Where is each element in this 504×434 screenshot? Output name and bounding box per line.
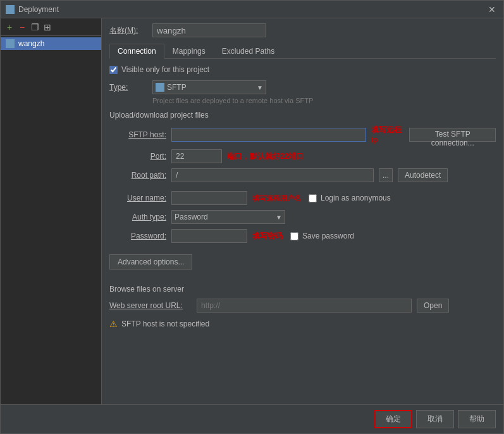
visible-checkbox-row: Visible only for this project xyxy=(109,65,496,74)
browse-section: Browse files on server Web server root U… xyxy=(109,285,496,313)
username-annotation: 填写远程用户名 xyxy=(252,194,301,203)
name-label: 名称(M): xyxy=(109,25,147,36)
root-path-browse-button[interactable]: ... xyxy=(379,168,393,182)
port-row: Port: 端口，默认就好22端口 xyxy=(109,149,496,163)
sftp-host-input[interactable] xyxy=(171,128,366,142)
auth-type-text: Password xyxy=(175,213,273,221)
password-label: Password: xyxy=(109,232,166,240)
port-annotation: 端口，默认就好22端口 xyxy=(227,151,304,162)
deployment-dialog: Deployment ✕ + − ❐ ⊞ wangzh xyxy=(0,0,504,434)
title-bar-left: Deployment xyxy=(6,5,59,14)
type-label: Type: xyxy=(109,83,147,92)
root-path-input[interactable] xyxy=(171,168,374,182)
main-content: + − ❐ ⊞ wangzh 名称(M): xyxy=(1,18,503,404)
save-password-row: Save password xyxy=(290,232,354,240)
autodetect-button[interactable]: Autodetect xyxy=(398,168,448,182)
type-select-text: SFTP xyxy=(167,83,254,92)
username-row: User name: 填写远程用户名 Login as anonymous xyxy=(109,191,496,205)
root-path-row: Root path: ... Autodetect xyxy=(109,168,496,182)
web-url-row: Web server root URL: Open xyxy=(109,299,496,313)
type-dropdown-arrow: ▼ xyxy=(257,84,263,91)
auth-type-label: Auth type: xyxy=(109,213,166,221)
copy-server-button[interactable]: ❐ xyxy=(30,22,40,32)
sftp-host-label: SFTP host: xyxy=(109,130,166,139)
type-select[interactable]: SFTP ▼ xyxy=(152,80,266,94)
warning-icon: ⚠ xyxy=(109,319,118,329)
visible-checkbox-label: Visible only for this project xyxy=(121,65,209,74)
ok-button[interactable]: 确定 xyxy=(374,410,412,428)
auth-type-arrow: ▼ xyxy=(276,214,282,221)
sftp-host-annotation: 填写远程ip xyxy=(371,125,405,144)
browse-section-title: Browse files on server xyxy=(109,285,496,294)
web-url-label: Web server root URL: xyxy=(109,301,192,310)
web-url-input[interactable] xyxy=(197,299,412,313)
sftp-host-row: SFTP host: 填写远程ip Test SFTP connection..… xyxy=(109,125,496,144)
visible-checkbox[interactable] xyxy=(109,66,118,74)
help-button[interactable]: 帮助 xyxy=(458,410,496,428)
move-server-button[interactable]: ⊞ xyxy=(42,22,52,32)
close-button[interactable]: ✕ xyxy=(486,4,498,15)
login-anonymous-checkbox[interactable] xyxy=(309,194,317,202)
type-row: Type: SFTP ▼ xyxy=(109,80,496,94)
login-anonymous-row: Login as anonymous xyxy=(309,194,391,202)
title-bar: Deployment ✕ xyxy=(1,1,503,18)
save-password-checkbox[interactable] xyxy=(290,232,298,240)
left-toolbar: + − ❐ ⊞ xyxy=(1,18,101,36)
server-item-label: wangzh xyxy=(18,39,44,48)
bottom-bar: 确定 取消 帮助 xyxy=(1,404,503,433)
warning-row: ⚠ SFTP host is not specified xyxy=(109,319,496,329)
remove-server-button[interactable]: − xyxy=(17,22,27,32)
test-sftp-button[interactable]: Test SFTP connection... xyxy=(409,128,496,142)
upload-section-title: Upload/download project files xyxy=(109,111,496,120)
password-annotation: 填写密码 xyxy=(252,231,283,242)
advanced-options-button[interactable]: Advanced options... xyxy=(109,254,192,270)
left-panel: + − ❐ ⊞ wangzh xyxy=(1,18,102,404)
sftp-icon xyxy=(156,83,164,92)
cancel-button[interactable]: 取消 xyxy=(416,410,454,428)
advanced-row: Advanced options... xyxy=(109,254,496,270)
tab-bar: Connection Mappings Excluded Paths xyxy=(109,44,496,59)
server-item[interactable]: wangzh xyxy=(1,37,101,50)
tab-excluded-paths[interactable]: Excluded Paths xyxy=(214,44,283,58)
password-row: Password: 填写密码 Save password xyxy=(109,229,496,243)
username-input[interactable] xyxy=(171,191,247,205)
port-label: Port: xyxy=(109,152,166,161)
add-server-button[interactable]: + xyxy=(4,22,15,32)
open-button[interactable]: Open xyxy=(417,299,449,313)
login-anonymous-label: Login as anonymous xyxy=(321,194,391,202)
tab-connection[interactable]: Connection xyxy=(109,44,164,59)
type-hint: Project files are deployed to a remote h… xyxy=(152,97,496,104)
root-path-label: Root path: xyxy=(109,171,166,180)
warning-text: SFTP host is not specified xyxy=(121,319,209,328)
tab-mappings[interactable]: Mappings xyxy=(164,44,214,58)
dialog-icon xyxy=(6,5,15,14)
server-icon xyxy=(6,39,15,48)
name-row: 名称(M): xyxy=(109,23,496,37)
name-input[interactable] xyxy=(152,23,266,37)
save-password-label: Save password xyxy=(302,232,354,240)
form-area: Visible only for this project Type: SFTP… xyxy=(109,65,496,399)
username-label: User name: xyxy=(109,194,166,202)
password-input[interactable] xyxy=(171,229,247,243)
dialog-title: Deployment xyxy=(18,5,59,14)
auth-type-row: Auth type: Password ▼ xyxy=(109,210,496,224)
server-list: wangzh xyxy=(1,36,101,404)
right-panel: 名称(M): Connection Mappings Excluded Path… xyxy=(102,18,503,404)
auth-type-select[interactable]: Password ▼ xyxy=(171,210,285,224)
port-input[interactable] xyxy=(171,149,222,163)
